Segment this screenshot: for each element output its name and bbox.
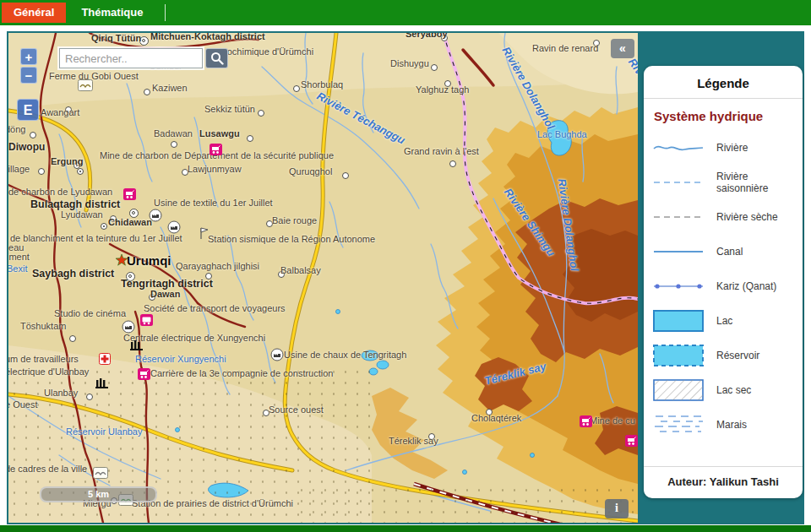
factory-icon[interactable] (149, 209, 162, 222)
legend-swatch-marsh (652, 412, 705, 437)
legend-section-heading: Système hydrique (654, 109, 803, 123)
map-label: Dawan (150, 289, 180, 299)
legend-swatch-drylake (652, 378, 705, 402)
map-label: de charbon de Lyudawan (8, 187, 112, 197)
header-divider (165, 4, 166, 21)
town-marker[interactable] (38, 168, 45, 175)
map-label: de cadres de la ville (8, 464, 87, 474)
mine-icon[interactable] (580, 415, 592, 427)
flag-icon[interactable] (199, 227, 210, 240)
factory-icon[interactable] (167, 220, 181, 234)
legend-row: Marais (644, 407, 803, 442)
town-marker[interactable] (69, 335, 76, 342)
extent-button[interactable]: E (17, 99, 39, 121)
town-marker[interactable] (86, 394, 93, 400)
map-label: Rivière Téchanggu (314, 90, 407, 147)
legend-swatch-river (652, 141, 705, 155)
legend-row: Kariz (Qanat) (644, 269, 803, 303)
town-marker[interactable] (144, 89, 150, 95)
map-label: Rivière (626, 56, 638, 93)
search-icon (210, 52, 224, 65)
legend-label: Lac sec (716, 384, 751, 396)
map-label: Lac Bughda (537, 129, 587, 139)
bus-icon[interactable] (140, 314, 153, 326)
collapse-legend-button[interactable]: « (611, 39, 634, 58)
town-marker[interactable] (293, 85, 300, 92)
map-label: Source ouest (269, 404, 324, 415)
legend-row: Rivière saisonnière (644, 165, 803, 199)
cinema-icon[interactable] (122, 320, 135, 334)
search-input[interactable] (59, 48, 203, 68)
factory-icon[interactable] (270, 348, 284, 361)
farm-icon[interactable] (78, 79, 93, 91)
town-marker[interactable] (101, 223, 107, 230)
map-label: Urumqi (127, 253, 171, 268)
power-icon[interactable] (130, 340, 144, 350)
town-marker[interactable] (342, 172, 349, 179)
map-label: de blanchiment et la teinture du 1er Jui… (10, 233, 182, 243)
map-label: um de travailleurs (8, 354, 79, 364)
town-marker[interactable] (449, 160, 456, 167)
info-button[interactable]: i (605, 499, 629, 518)
tab-general[interactable]: Général (2, 3, 66, 23)
legend-label: Lac (716, 315, 732, 327)
star-icon[interactable] (115, 253, 128, 267)
town-marker[interactable] (258, 110, 264, 117)
mine-icon[interactable] (625, 435, 638, 447)
map-label: Tengritagh district (121, 278, 213, 290)
map-overlay: Qiriq TütünMitchuen-Koktagh districtSery… (8, 33, 638, 523)
map-label: Usine de chaux de Tengritagh (284, 350, 406, 360)
mine-icon[interactable] (210, 144, 222, 155)
mine-icon[interactable] (123, 188, 136, 200)
map-label: Lyudawan (61, 209, 103, 220)
map-label: Ferme du Gobi Ouest (49, 71, 139, 81)
legend-swatch-kariz (652, 280, 705, 293)
zoom-out-button[interactable]: − (20, 67, 37, 84)
legend-swatch-seasonal (652, 176, 705, 189)
map-label: Studio de cinéma (54, 308, 126, 318)
town-marker[interactable] (431, 64, 438, 71)
map-label: Bexit (8, 263, 27, 274)
map-label: Yalghuz tagh (416, 84, 469, 95)
legend-swatch-reservoir (652, 344, 705, 367)
legend-divider (644, 98, 803, 99)
tab-thematique[interactable]: Thématique (69, 3, 155, 23)
legend-row: Lac (644, 303, 803, 338)
legend-label: Canal (716, 246, 743, 258)
quarry-icon[interactable] (138, 368, 150, 380)
legend-swatch-dry (652, 210, 705, 224)
school-icon[interactable] (93, 467, 108, 479)
search-button[interactable] (205, 48, 228, 68)
map-label: Société de transport de voyageurs (144, 303, 286, 313)
legend-label: Kariz (Qanat) (716, 280, 776, 292)
town-marker[interactable] (171, 141, 177, 148)
map-canvas[interactable]: Qiriq TütünMitchuen-Koktagh districtSery… (8, 33, 638, 523)
map-label: Dishuygu (390, 58, 429, 68)
map-label: Awangart (41, 107, 79, 117)
map-label: Réservoir Xungyenchi (135, 354, 226, 364)
map-label: Ergung (51, 156, 84, 166)
map-label: Station de prairies de district d'Ürümch… (132, 498, 293, 508)
town-marker[interactable] (77, 168, 84, 175)
legend-swatch-lake (652, 309, 705, 333)
map-label: Rivière Shimgu (502, 186, 558, 258)
legend-panel: Légende Système hydrique RivièreRivière … (638, 33, 803, 523)
zoom-in-button[interactable]: + (20, 48, 37, 65)
town-marker[interactable] (247, 135, 253, 142)
legend-row: Rivière sèche (644, 199, 803, 234)
map-label: Balbalsay (280, 265, 321, 275)
legend-label: Rivière (716, 142, 748, 154)
legend-label: Rivière sèche (716, 211, 778, 223)
map-label: Saybagh district (32, 268, 114, 280)
power-icon[interactable] (95, 378, 109, 388)
map-label: Bulaqtagh district (30, 198, 120, 210)
legend-label: Rivière saisonnière (716, 171, 803, 194)
map-label: électrique d'Ulanbay (8, 366, 89, 377)
town-marker[interactable] (30, 132, 36, 138)
legend-items: RivièreRivière saisonnièreRivière sècheC… (644, 130, 803, 466)
legend-label: Réservoir (716, 350, 759, 361)
map-label: Diwopu (8, 141, 45, 153)
legend-card: Légende Système hydrique RivièreRivière … (644, 66, 803, 498)
cross-icon[interactable] (99, 353, 111, 365)
legend-row: Canal (644, 234, 803, 269)
